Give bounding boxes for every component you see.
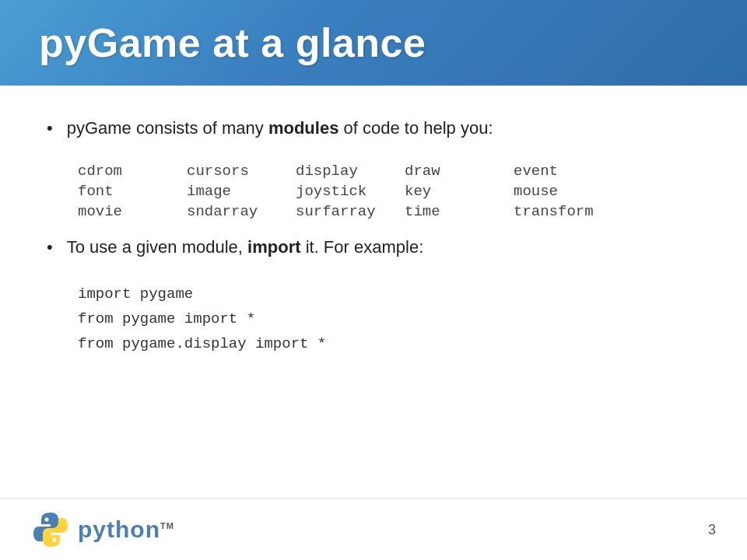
bullet1-bold: modules	[268, 118, 338, 138]
code-line-2: from pygame import *	[78, 306, 700, 331]
modules-row-2: font image joystick key mouse	[78, 183, 700, 200]
trademark-symbol: TM	[160, 521, 174, 530]
bullet-dot-2: •	[47, 237, 53, 257]
module-image: image	[187, 183, 296, 200]
python-logo: pythonTM	[31, 510, 174, 549]
header: pyGame at a glance	[0, 0, 747, 86]
footer: pythonTM	[0, 498, 747, 560]
svg-point-0	[45, 517, 49, 521]
module-movie: movie	[78, 203, 187, 220]
module-mouse: mouse	[514, 183, 622, 200]
modules-row-1: cdrom cursors display draw event	[78, 163, 700, 180]
module-joystick: joystick	[296, 183, 405, 200]
code-line-3: from pygame.display import *	[78, 331, 700, 356]
module-draw: draw	[405, 163, 514, 180]
modules-grid: cdrom cursors display draw event font im…	[78, 163, 700, 220]
modules-row-3: movie sndarray surfarray time transform	[78, 203, 700, 220]
page-number: 3	[708, 522, 716, 538]
page-title: pyGame at a glance	[39, 19, 426, 66]
module-event: event	[514, 163, 622, 180]
bullet2-suffix: it. For example:	[301, 237, 424, 257]
code-block: import pygame from pygame import * from …	[78, 282, 700, 357]
bullet2-bold: import	[247, 237, 300, 257]
module-font: font	[78, 183, 187, 200]
bullet1-suffix: of code to help you:	[338, 118, 493, 138]
bullet-item-2: • To use a given module, import it. For …	[47, 236, 700, 260]
module-cdrom: cdrom	[78, 163, 187, 180]
svg-point-1	[53, 537, 57, 541]
module-cursors: cursors	[187, 163, 296, 180]
module-surfarray: surfarray	[296, 203, 405, 220]
bullet2-prefix: To use a given module,	[67, 237, 247, 257]
module-sndarray: sndarray	[187, 203, 296, 220]
python-logo-text: pythonTM	[78, 516, 174, 543]
code-line-1: import pygame	[78, 282, 700, 306]
bullet-item-1: • pyGame consists of many modules of cod…	[47, 117, 700, 141]
module-transform: transform	[514, 203, 622, 220]
bullet1-prefix: pyGame consists of many	[67, 118, 268, 138]
python-logo-icon	[31, 510, 70, 549]
content-area: • pyGame consists of many modules of cod…	[0, 86, 747, 372]
module-time: time	[405, 203, 514, 220]
module-display: display	[296, 163, 405, 180]
bullet-dot-1: •	[47, 118, 53, 138]
bullet-text-2: To use a given module, import it. For ex…	[67, 236, 424, 260]
module-key: key	[405, 183, 514, 200]
bullet-text-1: pyGame consists of many modules of code …	[67, 117, 493, 141]
